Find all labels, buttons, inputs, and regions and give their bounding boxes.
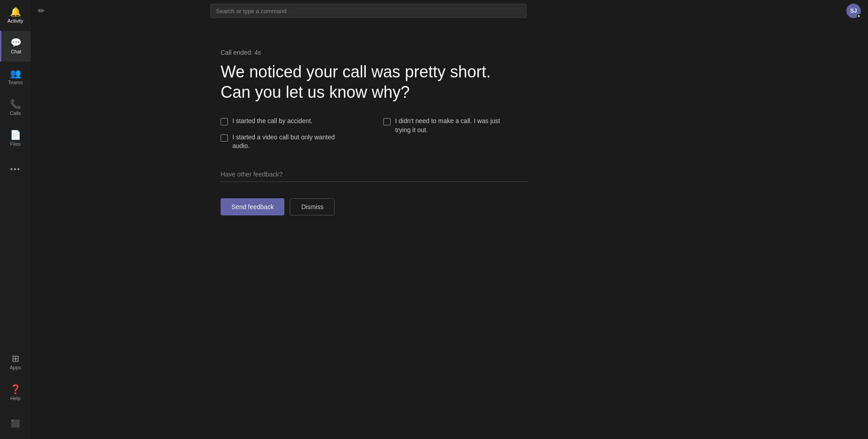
files-icon: 📄 bbox=[10, 130, 21, 139]
sidebar: 🔔 Activity 💬 Chat 👥 Teams 📞 Calls 📄 File… bbox=[0, 0, 31, 439]
sidebar-item-label-chat: Chat bbox=[11, 49, 21, 54]
user-initials: SJ bbox=[850, 8, 857, 14]
checkbox-item-3[interactable]: I didn't need to make a call. I was just… bbox=[383, 117, 510, 134]
headline-line2: Can you let us know why? bbox=[221, 82, 528, 102]
sidebar-item-label-calls: Calls bbox=[10, 110, 21, 116]
options-col-right: I didn't need to make a call. I was just… bbox=[383, 117, 510, 151]
topbar: ✏ Search or type a command SJ bbox=[31, 0, 868, 22]
sidebar-item-chat[interactable]: 💬 Chat bbox=[0, 31, 31, 62]
checkbox-3[interactable] bbox=[383, 118, 391, 125]
search-placeholder: Search or type a command bbox=[216, 8, 287, 14]
sidebar-item-apps[interactable]: ⊞ Apps bbox=[0, 347, 31, 377]
buttons-row: Send feedback Dismiss bbox=[221, 198, 528, 215]
sidebar-bottom: ⊞ Apps ❓ Help ⬛ bbox=[0, 347, 31, 439]
sidebar-item-label-activity: Activity bbox=[8, 18, 24, 24]
options-row: I started the call by accident. I starte… bbox=[221, 117, 528, 151]
sidebar-item-label-help: Help bbox=[10, 396, 21, 401]
headline-line1: We noticed your call was pretty short. bbox=[221, 62, 528, 82]
user-avatar[interactable]: SJ bbox=[846, 4, 861, 18]
options-col-left: I started the call by accident. I starte… bbox=[221, 117, 347, 151]
checkbox-1[interactable] bbox=[221, 118, 228, 125]
more-icon: ••• bbox=[10, 166, 21, 173]
sidebar-item-label-files: Files bbox=[10, 141, 20, 147]
checkbox-label-3: I didn't need to make a call. I was just… bbox=[395, 117, 510, 134]
screenshare-icon: ⬛ bbox=[11, 420, 20, 427]
checkbox-2[interactable] bbox=[221, 134, 228, 142]
main-content: Call ended: 4s We noticed your call was … bbox=[31, 22, 868, 439]
sidebar-item-more[interactable]: ••• bbox=[0, 154, 31, 185]
calls-icon: 📞 bbox=[10, 100, 21, 109]
sidebar-item-label-apps: Apps bbox=[9, 365, 21, 370]
chat-icon: 💬 bbox=[10, 38, 22, 47]
teams-icon: 👥 bbox=[10, 69, 21, 78]
new-chat-button[interactable]: ✏ bbox=[38, 6, 45, 16]
sidebar-item-screenshare[interactable]: ⬛ bbox=[0, 408, 31, 439]
apps-icon: ⊞ bbox=[12, 354, 19, 363]
dismiss-button[interactable]: Dismiss bbox=[290, 198, 335, 215]
sidebar-item-calls[interactable]: 📞 Calls bbox=[0, 92, 31, 123]
sidebar-item-activity[interactable]: 🔔 Activity bbox=[0, 0, 31, 31]
sidebar-item-label-teams: Teams bbox=[8, 80, 23, 85]
sidebar-item-files[interactable]: 📄 Files bbox=[0, 123, 31, 154]
sidebar-item-teams[interactable]: 👥 Teams bbox=[0, 62, 31, 92]
other-feedback-input[interactable] bbox=[221, 167, 528, 182]
checkbox-item-1[interactable]: I started the call by accident. bbox=[221, 117, 347, 126]
activity-icon: 🔔 bbox=[10, 7, 21, 16]
checkbox-label-1: I started the call by accident. bbox=[232, 117, 312, 126]
search-bar[interactable]: Search or type a command bbox=[210, 4, 527, 18]
feedback-card: Call ended: 4s We noticed your call was … bbox=[221, 49, 528, 215]
headline: We noticed your call was pretty short. C… bbox=[221, 62, 528, 102]
help-icon: ❓ bbox=[10, 385, 21, 394]
send-feedback-button[interactable]: Send feedback bbox=[221, 198, 284, 215]
call-ended-label: Call ended: 4s bbox=[221, 49, 528, 56]
sidebar-item-help[interactable]: ❓ Help bbox=[0, 377, 31, 408]
checkbox-label-2: I started a video call but only wanted a… bbox=[232, 133, 347, 151]
status-dot bbox=[857, 14, 861, 18]
checkbox-item-2[interactable]: I started a video call but only wanted a… bbox=[221, 133, 347, 151]
